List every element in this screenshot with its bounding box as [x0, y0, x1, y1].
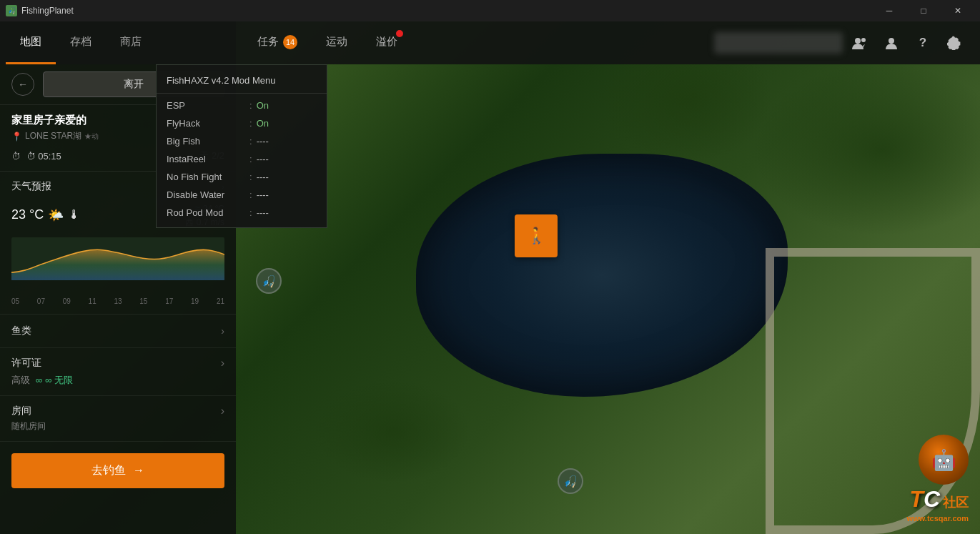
app-icon: 🎣 — [6, 5, 17, 16]
settings-button[interactable] — [940, 29, 969, 57]
license-header[interactable]: 许可证 › — [11, 357, 224, 370]
watermark-container: 🤖 T C 社区 www.tcsqar.com — [907, 435, 969, 523]
room-sub: 随机房间 — [11, 420, 224, 432]
mod-flyhack-value: On — [257, 118, 269, 129]
nav-premium[interactable]: 溢价 — [376, 21, 397, 64]
tab-save[interactable]: 存档 — [56, 21, 106, 64]
svg-point-2 — [889, 38, 894, 44]
top-nav: 地图 存档 商店 任务 14 运动 溢价 — [0, 21, 980, 64]
nav-center: 任务 14 运动 溢价 — [236, 21, 714, 64]
help-button[interactable]: ? — [909, 29, 937, 57]
mod-menu: FishHAXZ v4.2 Mod Menu ESP : On FlyHack … — [156, 64, 327, 228]
go-fishing-button[interactable]: 去钓鱼 → — [11, 453, 224, 488]
profile-button[interactable] — [877, 29, 906, 57]
watermark-text-group: T C 社区 — [909, 486, 969, 513]
fishing-spot-1[interactable]: 🎣 — [256, 268, 282, 298]
weather-icon: 🌤️ — [48, 207, 64, 223]
mod-row-flyhack[interactable]: FlyHack : On — [157, 114, 327, 132]
mod-instareel-label: InstaReel — [167, 154, 245, 164]
minimize-button[interactable]: ─ — [873, 0, 906, 21]
mod-disablewater-label: Disable Water — [167, 189, 245, 200]
back-button[interactable]: ← — [11, 73, 34, 96]
mod-esp-value: On — [257, 100, 269, 111]
nav-missions[interactable]: 任务 14 — [257, 21, 297, 64]
fishing-spot-2[interactable]: 🎣 — [558, 468, 583, 498]
mod-bigfish-label: Big Fish — [167, 136, 245, 147]
friends-button[interactable] — [846, 29, 874, 57]
tab-map[interactable]: 地图 — [6, 21, 56, 64]
mod-row-esp[interactable]: ESP : On — [157, 97, 327, 114]
mod-nofishfight-label: No Fish Fight — [167, 172, 245, 182]
clock-icon: ⏱ — [11, 151, 21, 162]
watermark-robot: 🤖 — [919, 435, 969, 485]
mod-rodpodmod-value: ---- — [257, 207, 269, 218]
go-fishing-arrow-icon: → — [133, 464, 144, 477]
nav-sports[interactable]: 运动 — [326, 21, 347, 64]
license-level: 高级 ∞ ∞ 无限 — [11, 374, 224, 387]
titlebar-left: 🎣 FishingPlanet — [6, 5, 74, 16]
mod-disablewater-value: ---- — [257, 189, 269, 200]
premium-notification-dot — [396, 30, 403, 37]
mod-menu-title: FishHAXZ v4.2 Mod Menu — [157, 71, 327, 94]
mod-nofishfight-value: ---- — [257, 172, 269, 182]
mod-esp-label: ESP — [167, 100, 245, 111]
titlebar: 🎣 FishingPlanet ─ □ ✕ — [0, 0, 980, 21]
temp-chart — [11, 237, 224, 295]
chart-labels: 05 07 09 11 13 15 17 19 21 — [11, 297, 224, 305]
mod-rodpodmod-label: Rod Pod Mod — [167, 207, 245, 218]
mod-bigfish-value: ---- — [257, 136, 269, 147]
nav-right: ? — [714, 29, 980, 57]
chart-svg — [11, 237, 224, 280]
mod-row-nofishfight[interactable]: No Fish Fight : ---- — [157, 168, 327, 186]
svg-point-1 — [861, 38, 866, 42]
watermark-c: C — [924, 486, 940, 513]
maximize-button[interactable]: □ — [907, 0, 940, 21]
weather-title: 天气预报 — [11, 180, 51, 193]
weather-temp-main: 23 °C 🌤️ 🌡 — [11, 207, 81, 223]
mod-instareel-value: ---- — [257, 154, 269, 164]
mod-row-bigfish[interactable]: Big Fish : ---- — [157, 132, 327, 150]
fish-section[interactable]: 鱼类 › — [0, 315, 236, 348]
room-arrow-icon: › — [221, 405, 224, 417]
player-icon: 🚶 — [527, 227, 546, 245]
go-fishing-label: 去钓鱼 — [91, 463, 126, 478]
watermark-community: 社区 — [943, 494, 969, 511]
svg-point-0 — [855, 38, 861, 44]
watermark: 🤖 T C 社区 www.tcsqar.com — [907, 435, 969, 523]
license-arrow-icon: › — [221, 357, 224, 370]
watermark-tc: T — [909, 486, 924, 513]
fish-section-title: 鱼类 — [11, 325, 31, 337]
license-title: 许可证 — [11, 357, 41, 370]
player-profile-bar — [714, 32, 843, 54]
main-content: 🚶 🎣 🎣 地图 存档 商店 任务 — [0, 21, 980, 534]
room-section: 房间 › 随机房间 — [0, 396, 236, 442]
window-controls: ─ □ ✕ — [873, 0, 974, 21]
close-button[interactable]: ✕ — [941, 0, 974, 21]
room-title: 房间 — [11, 405, 31, 417]
license-section: 许可证 › 高级 ∞ ∞ 无限 — [0, 348, 236, 396]
room-header[interactable]: 房间 › — [11, 405, 224, 417]
app-title: FishingPlanet — [21, 6, 74, 16]
fish-arrow-icon: › — [221, 325, 224, 337]
nav-left-section: 地图 存档 商店 — [0, 21, 236, 64]
player-marker: 🚶 — [515, 214, 558, 257]
license-badge: ∞ ∞ 无限 — [36, 374, 73, 387]
current-time: ⏱ ⏱ 05:15 — [11, 151, 61, 162]
mod-row-instareel[interactable]: InstaReel : ---- — [157, 150, 327, 168]
mod-row-disablewater[interactable]: Disable Water : ---- — [157, 186, 327, 204]
license-grade: 高级 — [11, 374, 30, 387]
mod-flyhack-label: FlyHack — [167, 118, 245, 129]
infinity-icon: ∞ — [36, 375, 42, 385]
watermark-url: www.tcsqar.com — [907, 514, 969, 523]
thermometer-icon: 🌡 — [68, 207, 81, 222]
missions-badge: 14 — [283, 35, 297, 49]
tab-shop[interactable]: 商店 — [106, 21, 156, 64]
mod-row-rodpodmod[interactable]: Rod Pod Mod : ---- — [157, 204, 327, 222]
